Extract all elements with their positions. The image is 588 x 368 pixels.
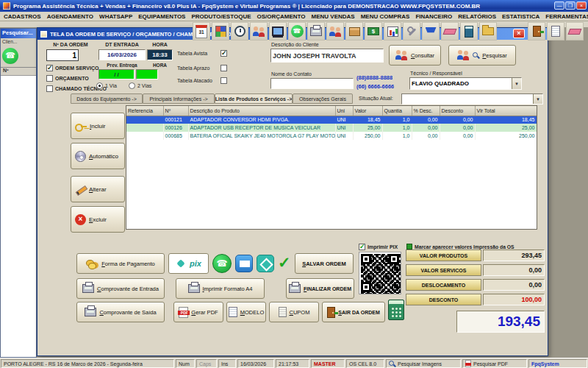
imprimir-pix-checkbox[interactable] [359, 244, 365, 250]
tabela-avista-checkbox[interactable] [220, 50, 227, 57]
tab-principais-informacoes[interactable]: Principais Informações -> [143, 93, 215, 104]
printer-icon[interactable] [307, 22, 325, 40]
cliente-input[interactable]: JOHN JOSEPH TRAVOLTA [270, 49, 384, 63]
money-icon[interactable] [365, 22, 382, 40]
cart-icon[interactable] [422, 22, 440, 40]
prev-hora-input[interactable] [136, 69, 158, 79]
col-valor[interactable]: Valor [353, 106, 382, 116]
menu-item-produto-estoque[interactable]: PRODUTO/ESTOQUE [191, 13, 251, 20]
maximize-button[interactable]: ❒ [565, 1, 576, 10]
via2-radio[interactable] [129, 82, 135, 89]
calculator-icon[interactable] [388, 300, 404, 320]
order-type-orcamento[interactable]: ORÇAMENTO [46, 75, 89, 82]
menu-item-os-orcamento[interactable]: OS/ORÇAMENTO [257, 13, 306, 20]
excluir-button[interactable]: Excluir [71, 206, 125, 233]
via-option-1[interactable]: 1 Via [96, 82, 117, 89]
tab-lista-produtos-servicos[interactable]: Lista de Produtos e Serviços -> [215, 93, 293, 104]
order-number-input[interactable]: 1 [46, 49, 79, 61]
forma-pagamento-button[interactable]: Forma de Pagamento [76, 253, 165, 274]
tabela-atacado-row[interactable]: Tabela Atacado [177, 77, 227, 84]
finalizar-ordem-button[interactable]: FINALIZAR ORDEM [286, 278, 354, 299]
tecnico-dropdown-arrow[interactable]: ▼ [512, 78, 521, 89]
exit-door-icon[interactable] [528, 22, 545, 40]
marcar-valores-row[interactable]: Marcar aparecer valores Impressão da OS [406, 244, 514, 250]
tabela-avista-row[interactable]: Tabela Avista [177, 50, 227, 57]
chart-icon[interactable] [384, 22, 401, 40]
salvar-ordem-button[interactable]: SALVAR ORDEM [295, 253, 354, 274]
col-quantia[interactable]: Quantia [382, 106, 412, 116]
folder-icon[interactable] [479, 22, 497, 40]
whatsapp-icon[interactable] [288, 22, 306, 40]
pix-square-icon[interactable] [257, 255, 274, 272]
orcamento-checkbox[interactable] [46, 75, 53, 82]
schedule-board-icon[interactable] [212, 22, 229, 40]
col-descricao[interactable]: Descrição do Produto [188, 106, 335, 116]
via-option-2[interactable]: 2 Vias [129, 82, 151, 89]
service-order-close-icon[interactable]: × [513, 29, 525, 38]
whatsapp-send-icon[interactable] [212, 254, 232, 273]
tabela-aprazo-checkbox[interactable] [220, 65, 227, 71]
pesquisar-imagens-button[interactable]: Pesquisar Imagens [386, 359, 461, 368]
menu-item-relatorios[interactable]: RELATÓRIOS [458, 13, 496, 20]
tabela-aprazo-row[interactable]: Tabela Aprazo [177, 65, 227, 71]
menu-item-cadastros[interactable]: CADASTROS [4, 13, 41, 20]
calculator-mini-icon[interactable] [460, 22, 478, 40]
col-desconto[interactable]: Desconto [440, 106, 475, 116]
calendar-icon[interactable]: 31 [193, 22, 210, 40]
prev-entrega-input[interactable]: / / [98, 69, 135, 79]
menu-item-equipamentos[interactable]: EQUIPAMENTOS [138, 13, 185, 20]
clients-icon[interactable] [250, 22, 268, 40]
order-type-servico[interactable]: ORDEM SERVIÇO [46, 65, 98, 71]
menu-item-financeiro[interactable]: FINANCEIRO [415, 13, 452, 20]
menu-item-ferramentas[interactable]: FERRAMENTAS [545, 13, 588, 20]
gerar-pdf-button[interactable]: PDF Gerar PDF [173, 302, 223, 322]
clock-icon[interactable] [231, 22, 248, 40]
imprimir-pix-row[interactable]: Imprimir PIX [359, 244, 398, 250]
tabela-atacado-checkbox[interactable] [220, 77, 227, 84]
hora-entrada-input[interactable]: 18:33 [147, 49, 173, 60]
contato-input[interactable] [270, 78, 354, 89]
tools-icon[interactable] [403, 22, 420, 40]
chamado-tecnico-checkbox[interactable] [46, 85, 53, 92]
comprovante-saida-button[interactable]: Comprovante de Saída [76, 302, 165, 322]
situacao-dropdown-arrow[interactable]: ▼ [533, 94, 542, 104]
pesquisar-button[interactable]: Pesquisar [448, 45, 516, 66]
consultar-button[interactable]: Consultar [389, 45, 441, 66]
col-uni[interactable]: Uni [335, 106, 353, 116]
message-icon[interactable] [235, 255, 253, 272]
menu-item-estatistica[interactable]: ESTATISTICA [502, 13, 539, 20]
comprovante-entrada-button[interactable]: Comprovante de Entrada [76, 278, 165, 299]
table-row[interactable]: 000121ADAPTADOR CONVERSOR HDMI P/VGA.UNI… [126, 116, 537, 124]
col-vlr-total[interactable]: Vlr Total [475, 106, 537, 116]
tecnico-select[interactable]: FLAVIO QUADRADO ▼ [409, 77, 522, 90]
modelo-button[interactable]: MODELO [226, 302, 266, 322]
dt-entrada-input[interactable]: 16/03/2026 [98, 49, 146, 60]
imprimir-a4-button[interactable]: Imprimir Formato A4 [176, 278, 265, 299]
ordem-servico-checkbox[interactable] [46, 65, 53, 71]
minimize-button[interactable]: — [554, 1, 564, 10]
alterar-button[interactable]: Alterar [71, 176, 125, 202]
close-button[interactable]: × [576, 1, 587, 10]
table-row[interactable]: 000126ADAPTADOR USB RECEPTOR DE MUSICA V… [126, 124, 537, 132]
col-numero[interactable]: Nº [163, 106, 188, 116]
notes-icon[interactable] [547, 22, 564, 40]
stock-box-icon[interactable] [345, 22, 363, 40]
situacao-select[interactable]: ▼ [401, 93, 543, 105]
col-referencia[interactable]: Referencia [126, 106, 163, 116]
eraser-icon[interactable] [441, 22, 459, 40]
tab-dados-equipamento[interactable]: Dados do Equipamento -> [71, 93, 143, 104]
col-perc-desc[interactable]: % Desc. [412, 106, 440, 116]
menu-item-whatsapp[interactable]: WHATSAPP [99, 13, 132, 20]
menu-item-menu-vendas[interactable]: MENU VENDAS [312, 13, 355, 20]
menu-item-menu-compras[interactable]: MENU COMPRAS [361, 13, 410, 20]
users-icon[interactable] [326, 22, 344, 40]
whatsapp-shortcut-icon[interactable] [2, 48, 18, 64]
menu-item-agendamento[interactable]: AGENDAMENTO [47, 13, 93, 20]
pesquisar-pdf-button[interactable]: Pesquisar PDF [462, 359, 527, 368]
via1-radio[interactable] [96, 82, 103, 89]
incluir-button[interactable]: Incluir [71, 113, 125, 139]
cupom-button[interactable]: CUPOM [269, 302, 319, 322]
automatico-button[interactable]: Automático [71, 143, 125, 169]
monitor-icon[interactable] [269, 22, 287, 40]
eraser2-icon[interactable] [566, 22, 584, 40]
